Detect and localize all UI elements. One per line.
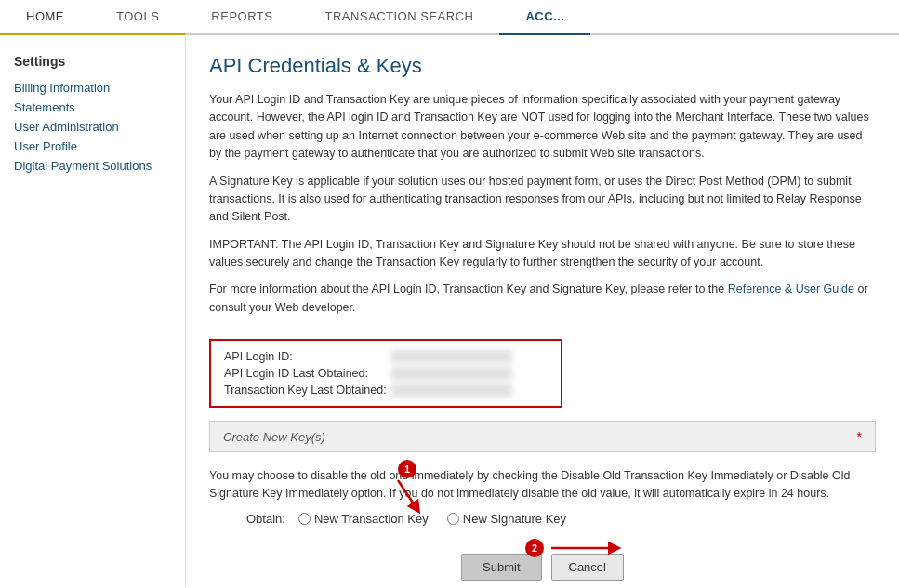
transaction-key-value (391, 384, 512, 397)
api-info-box: API Login ID: API Login ID Last Obtained… (209, 339, 562, 408)
annotation-2-group: 2 (525, 537, 622, 559)
description-2: A Signature Key is applicable if your so… (209, 173, 876, 227)
annotation-1-group: 1 (390, 460, 428, 514)
transaction-key-label: Transaction Key Last Obtained: (224, 384, 391, 397)
button-row: 2 Submit Cancel (209, 554, 876, 586)
settings-title: Settings (14, 54, 171, 69)
svg-line-1 (398, 480, 416, 508)
nav-transaction-search[interactable]: TRANSACTION SEARCH (298, 0, 499, 35)
options-row: Obtain: New Transaction Key New Signatur… (209, 512, 876, 526)
api-login-id-last-value (391, 367, 512, 380)
obtain-label: Obtain: (246, 512, 285, 526)
radio-signature-label: New Signature Key (463, 512, 566, 526)
sidebar-link-user-profile[interactable]: User Profile (14, 137, 171, 156)
api-login-id-row: API Login ID: (224, 350, 548, 363)
main-content: API Credentials & Keys Your API Login ID… (186, 35, 899, 586)
notice-area: 1 You may choose to disable the old one … (209, 467, 876, 503)
page-title: API Credentials & Keys (209, 54, 876, 78)
create-keys-title: Create New Key(s) (223, 430, 325, 444)
nav-reports[interactable]: REPORTS (185, 0, 298, 35)
radio-signature-input[interactable] (447, 513, 459, 525)
api-login-id-last-row: API Login ID Last Obtained: (224, 367, 548, 380)
nav-tools[interactable]: TOOLS (90, 0, 185, 35)
api-login-id-last-label: API Login ID Last Obtained: (224, 367, 391, 380)
required-asterisk: * (857, 429, 862, 444)
create-keys-section: Create New Key(s) * (209, 421, 876, 452)
main-layout: Settings Billing Information Statements … (0, 35, 899, 586)
radio-transaction-input[interactable] (298, 513, 311, 525)
sidebar-link-statements[interactable]: Statements (14, 98, 171, 117)
description-4-text: For more information about the API Login… (209, 282, 728, 295)
annotation-1-arrow (390, 478, 428, 514)
sidebar: Settings Billing Information Statements … (0, 35, 186, 586)
top-nav: HOME TOOLS REPORTS TRANSACTION SEARCH AC… (0, 0, 899, 35)
description-4: For more information about the API Login… (209, 281, 876, 317)
api-login-id-value (391, 350, 512, 363)
sidebar-link-digital-payment[interactable]: Digital Payment Solutions (14, 156, 171, 176)
notice-text: You may choose to disable the old one im… (209, 467, 876, 503)
sidebar-link-billing[interactable]: Billing Information (14, 78, 171, 98)
description-1: Your API Login ID and Transaction Key ar… (209, 91, 876, 163)
reference-link[interactable]: Reference & User Guide (728, 282, 854, 295)
api-login-id-label: API Login ID: (224, 350, 391, 363)
annotation-2-arrow (548, 537, 622, 559)
annotation-1-circle: 1 (398, 460, 416, 478)
sidebar-link-user-admin[interactable]: User Administration (14, 117, 171, 137)
annotation-2-circle: 2 (525, 539, 544, 557)
radio-new-signature-key[interactable]: New Signature Key (447, 512, 566, 526)
description-3: IMPORTANT: The API Login ID, Transaction… (209, 236, 876, 272)
nav-home[interactable]: HOME (0, 0, 90, 35)
nav-account[interactable]: ACC... (499, 0, 590, 35)
transaction-key-row: Transaction Key Last Obtained: (224, 384, 548, 397)
